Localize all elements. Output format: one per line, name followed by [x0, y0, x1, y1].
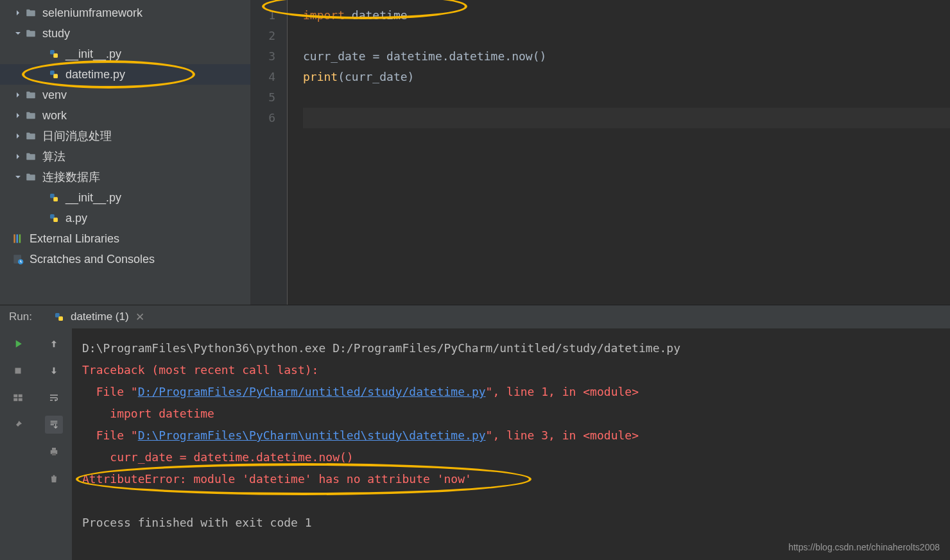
- svg-rect-9: [17, 234, 19, 242]
- folder-icon: [24, 130, 37, 142]
- svg-rect-8: [13, 234, 15, 242]
- tree-item-label: __init__.py: [65, 47, 121, 61]
- folder-icon: [24, 6, 37, 19]
- trash-button[interactable]: [45, 470, 63, 488]
- tree-item-label: study: [42, 27, 70, 40]
- line-number[interactable]: 4: [250, 67, 275, 87]
- project-tree[interactable]: seleniumframeworkstudy__init__.pydatetim…: [0, 0, 250, 305]
- svg-rect-14: [58, 316, 63, 321]
- tree-item-label: a.py: [65, 212, 87, 225]
- file-link[interactable]: D:\ProgramFiles\PyCharm\untitled\study\d…: [138, 428, 486, 442]
- tree-item---init---py[interactable]: __init__.py: [0, 187, 250, 208]
- folder-icon: [24, 171, 37, 183]
- python-icon: [48, 47, 60, 60]
- tree-item-label: venv: [42, 89, 67, 102]
- file-link[interactable]: D:/ProgramFiles/PyCharm/untitled/study/d…: [138, 385, 486, 398]
- svg-rect-7: [53, 217, 58, 222]
- expand-arrow-icon[interactable]: [13, 131, 23, 141]
- folder-icon: [24, 109, 37, 122]
- folder-icon: [24, 27, 37, 40]
- svg-rect-1: [53, 53, 58, 58]
- python-icon: [53, 310, 65, 323]
- expand-arrow-icon[interactable]: [13, 8, 23, 18]
- code-line[interactable]: [303, 108, 950, 128]
- scratch-icon: [12, 253, 24, 266]
- expand-arrow-icon[interactable]: [13, 110, 23, 121]
- tree-item-seleniumframework[interactable]: seleniumframework: [0, 3, 250, 23]
- tree-item---[interactable]: 算法: [0, 146, 250, 167]
- tree-item------[interactable]: 连接数据库: [0, 167, 250, 187]
- console-output[interactable]: D:\ProgramFiles\Python36\python.exe D:/P…: [72, 328, 950, 560]
- line-number[interactable]: 1: [250, 5, 275, 26]
- line-number[interactable]: 5: [250, 87, 275, 108]
- tree-item-label: 日间消息处理: [42, 128, 112, 144]
- tree-item-label: 算法: [42, 149, 65, 164]
- console-line: D:\ProgramFiles\Python36\python.exe D:/P…: [82, 337, 940, 359]
- code-line[interactable]: curr_date = datetime.datetime.now(): [303, 46, 950, 67]
- stop-button[interactable]: [9, 362, 27, 380]
- expand-arrow-icon[interactable]: [13, 28, 23, 38]
- code-line[interactable]: [303, 26, 950, 46]
- tree-item-datetime-py[interactable]: datetime.py: [0, 64, 250, 85]
- tree-item-External-Libraries[interactable]: External Libraries: [0, 228, 250, 249]
- console-line: [82, 490, 940, 512]
- run-tab[interactable]: datetime (1) ✕: [48, 305, 150, 328]
- print-button[interactable]: [45, 443, 63, 461]
- library-icon: [12, 232, 24, 245]
- down-button[interactable]: [45, 362, 63, 380]
- run-header: Run: datetime (1) ✕: [0, 305, 950, 328]
- line-number[interactable]: 2: [250, 26, 275, 46]
- tree-item-label: Scratches and Consoles: [30, 253, 155, 266]
- watermark: https://blog.csdn.net/chinaherolts2008: [788, 542, 940, 552]
- tree-item-study[interactable]: study: [0, 23, 250, 44]
- svg-rect-5: [53, 197, 58, 201]
- svg-rect-22: [52, 453, 56, 455]
- scroll-to-end-button[interactable]: [45, 416, 63, 434]
- expand-arrow-icon[interactable]: [13, 151, 23, 162]
- console-line: File "D:\ProgramFiles\PyCharm\untitled\s…: [82, 425, 940, 446]
- expand-arrow-icon[interactable]: [13, 90, 23, 100]
- python-icon: [48, 191, 60, 204]
- code-line[interactable]: print(curr_date): [303, 67, 950, 87]
- svg-rect-17: [19, 395, 22, 398]
- run-toolbar-secondary: [36, 328, 72, 560]
- svg-rect-18: [13, 398, 17, 402]
- python-icon: [48, 212, 60, 225]
- tree-item-label: __init__.py: [65, 191, 121, 205]
- editor: 123456 import datetimecurr_date = dateti…: [250, 0, 950, 305]
- folder-icon: [24, 89, 37, 101]
- tree-item-label: seleniumframework: [42, 6, 142, 20]
- layout-button[interactable]: [9, 389, 27, 407]
- svg-rect-15: [15, 368, 21, 374]
- tree-item---init---py[interactable]: __init__.py: [0, 44, 250, 64]
- up-button[interactable]: [45, 335, 63, 353]
- code-line[interactable]: import datetime: [303, 5, 950, 26]
- tree-item-work[interactable]: work: [0, 105, 250, 126]
- code-area[interactable]: import datetimecurr_date = datetime.date…: [288, 0, 950, 305]
- pin-button[interactable]: [9, 416, 27, 434]
- svg-rect-19: [19, 398, 22, 402]
- svg-rect-3: [53, 74, 58, 78]
- console-line: import datetime: [82, 403, 940, 425]
- tree-item-label: External Libraries: [30, 232, 119, 246]
- console-line: File "D:/ProgramFiles/PyCharm/untitled/s…: [82, 381, 940, 403]
- console-line: Process finished with exit code 1: [82, 512, 940, 534]
- console-line: curr_date = datetime.datetime.now(): [82, 446, 940, 468]
- console-line: Traceback (most recent call last):: [82, 359, 940, 381]
- close-icon[interactable]: ✕: [135, 310, 144, 324]
- soft-wrap-button[interactable]: [45, 389, 63, 407]
- code-line[interactable]: [303, 87, 950, 108]
- line-number[interactable]: 3: [250, 46, 275, 67]
- rerun-button[interactable]: [9, 335, 27, 353]
- tree-item-venv[interactable]: venv: [0, 85, 250, 105]
- svg-rect-10: [19, 234, 21, 242]
- tree-item-Scratches-and-Consoles[interactable]: Scratches and Consoles: [0, 249, 250, 269]
- tree-item-label: work: [42, 109, 67, 123]
- tree-item-a-py[interactable]: a.py: [0, 208, 250, 228]
- tree-item-------[interactable]: 日间消息处理: [0, 126, 250, 146]
- run-toolbar-primary: [0, 328, 36, 560]
- line-gutter: 123456: [250, 0, 288, 305]
- expand-arrow-icon[interactable]: [13, 172, 23, 182]
- line-number[interactable]: 6: [250, 108, 275, 128]
- svg-rect-21: [52, 448, 56, 450]
